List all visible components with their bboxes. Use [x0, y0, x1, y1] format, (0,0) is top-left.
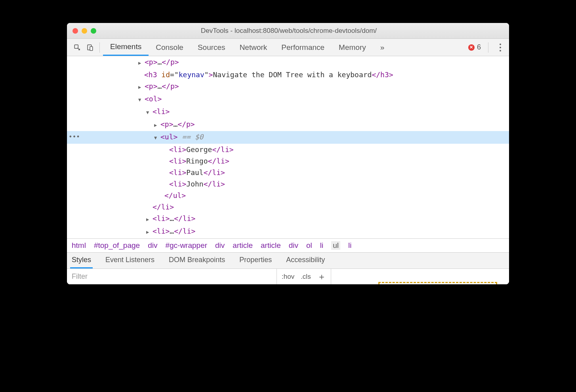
error-count: 6 — [477, 43, 481, 51]
tab-sources[interactable]: Sources — [191, 40, 233, 55]
error-icon: ✕ — [468, 44, 475, 51]
expand-icon[interactable]: ▼ — [154, 132, 160, 144]
stab-listeners[interactable]: Event Listeners — [104, 253, 156, 268]
tab-console[interactable]: Console — [149, 40, 191, 55]
more-icon[interactable]: ••• — [69, 131, 80, 143]
stab-accessibility[interactable]: Accessibility — [284, 253, 326, 268]
crumb-article[interactable]: article — [233, 241, 253, 250]
box-model-fragment — [378, 282, 497, 284]
main-tabs: Elements Console Sources Network Perform… — [103, 39, 391, 56]
selected-node[interactable]: •••▼<ul> == $0 — [67, 131, 509, 144]
crumb-div3[interactable]: div — [289, 241, 298, 250]
svg-rect-2 — [90, 46, 93, 50]
device-toggle-icon[interactable] — [84, 42, 96, 53]
dom-tree[interactable]: ▶<p>…</p> <h3 id="keynav">Navigate the D… — [67, 56, 509, 238]
collapse-icon[interactable]: ▶ — [154, 120, 160, 131]
tab-elements[interactable]: Elements — [103, 39, 149, 56]
crumb-gc[interactable]: #gc-wrapper — [165, 241, 207, 250]
tab-network[interactable]: Network — [233, 40, 275, 55]
crumb-li[interactable]: li — [320, 241, 323, 250]
collapse-icon[interactable]: ▶ — [138, 57, 144, 69]
inspect-icon[interactable] — [71, 42, 84, 53]
hov-cls-toggles: :hov .cls ＋ — [277, 269, 331, 284]
expand-icon[interactable]: ▼ — [146, 107, 152, 118]
tab-overflow[interactable]: » — [373, 40, 392, 55]
expand-icon[interactable]: ▼ — [138, 94, 144, 106]
collapse-icon[interactable]: ▶ — [146, 214, 152, 225]
tab-memory[interactable]: Memory — [332, 40, 373, 55]
crumb-div2[interactable]: div — [215, 241, 225, 250]
filter-input[interactable] — [67, 269, 277, 284]
window-title: DevTools - localhost:8080/web/tools/chro… — [74, 27, 504, 35]
filter-bar: :hov .cls ＋ — [67, 268, 509, 284]
devtools-window: DevTools - localhost:8080/web/tools/chro… — [67, 23, 509, 284]
main-toolbar: Elements Console Sources Network Perform… — [67, 39, 509, 56]
stab-breakpoints[interactable]: DOM Breakpoints — [167, 253, 227, 268]
crumb-ul[interactable]: ul — [331, 241, 340, 250]
crumb-li2[interactable]: li — [348, 241, 351, 250]
add-rule-icon[interactable]: ＋ — [317, 272, 326, 281]
breadcrumb: html #top_of_page div #gc-wrapper div ar… — [67, 238, 509, 252]
separator — [99, 42, 100, 53]
stab-properties[interactable]: Properties — [238, 253, 273, 268]
cls-toggle[interactable]: .cls — [301, 273, 311, 281]
styles-tabs: Styles Event Listeners DOM Breakpoints P… — [67, 252, 509, 268]
collapse-icon[interactable]: ▶ — [146, 226, 152, 238]
collapse-icon[interactable]: ▶ — [138, 82, 144, 93]
crumb-article2[interactable]: article — [261, 241, 281, 250]
crumb-ol[interactable]: ol — [306, 241, 312, 250]
crumb-top[interactable]: #top_of_page — [94, 241, 140, 250]
tab-performance[interactable]: Performance — [274, 40, 332, 55]
menu-icon[interactable] — [496, 44, 505, 51]
crumb-div[interactable]: div — [148, 241, 157, 250]
crumb-html[interactable]: html — [72, 241, 86, 250]
hov-toggle[interactable]: :hov — [282, 273, 294, 281]
titlebar: DevTools - localhost:8080/web/tools/chro… — [67, 23, 509, 39]
error-badge[interactable]: ✕ 6 — [468, 43, 481, 51]
stab-styles[interactable]: Styles — [70, 253, 93, 268]
separator — [488, 42, 488, 53]
